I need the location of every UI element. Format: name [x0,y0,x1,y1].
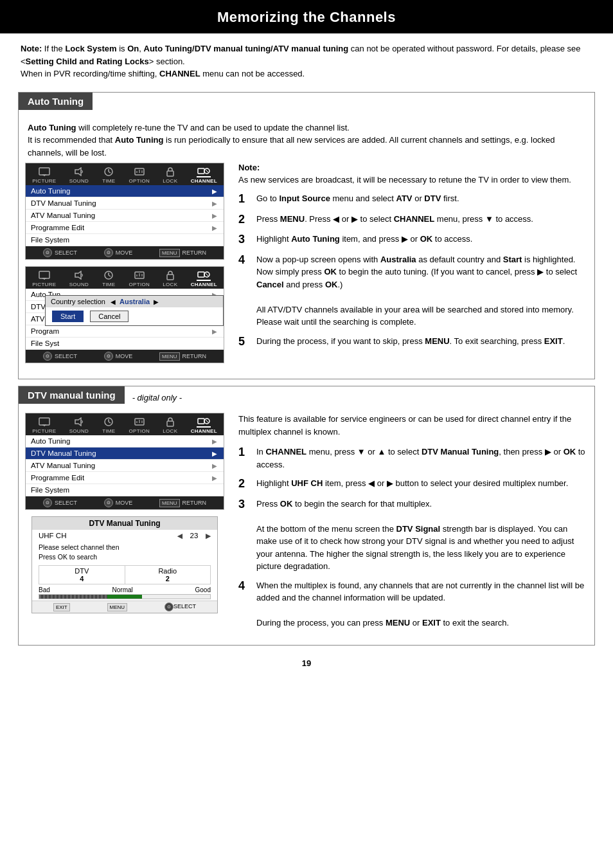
tv-menu-1-body: Auto Tuning▶ DTV Manual Tuning▶ ATV Manu… [26,185,224,246]
tv-menu-2: PICTURE SOUND TIME [25,266,224,363]
signal-normal-label: Normal [112,586,133,593]
dtv-manual-subtitle: - digital only - [132,393,182,402]
svg-line-29 [206,273,209,276]
dtv-manual-header: DTV manual tuning [19,386,125,404]
icon-lock-dtv: LOCK [163,416,177,434]
popup-buttons: Start Cancel [46,307,223,325]
auto-tuning-desc: Auto Tuning will completely re-tune the … [19,119,594,163]
auto-tuning-steps: 1 Go to Input Source menu and select ATV… [238,192,588,348]
dtv-sub-box: DTV Manual Tuning UHF CH ◀ 23 ▶ Please s… [31,516,218,613]
footer-sel: ⊙SELECT [164,602,196,611]
step-3: 3 Highlight Auto Tuning item, and press … [238,233,588,247]
menu-row-atv-manual: ATV Manual Tuning▶ [26,210,224,222]
country-popup: Country selection ◀ Australia ▶ Start Ca… [45,295,224,326]
step-4: 4 Now a pop-up screen opens with Austral… [238,253,588,329]
auto-tuning-right: Note: As new services are broadcast, it … [232,163,588,370]
page-title: Memorizing the Channels [0,0,613,33]
svg-rect-11 [167,171,173,176]
icon-channel-active: CHANNEL [191,166,217,184]
dtv-manual-content: PICTURE SOUND TIME [19,413,594,636]
auto-tuning-section: Auto Tuning Auto Tuning will completely … [18,92,595,380]
auto-tuning-left: PICTURE SOUND TIME [25,163,224,370]
icon-channel-active-2: CHANNEL [191,269,217,287]
signal-bad-label: Bad [39,586,50,593]
icon-channel-dtv: CHANNEL [191,416,217,434]
icon-lock: LOCK [163,166,177,184]
tv-menu-1-footer: ⊙SELECT ⊙MOVE MENURETURN [26,246,224,259]
dtv-tv-cell: DTV4 [39,566,125,584]
footer-menu[interactable]: MENU [107,603,128,611]
signal-bar-good [107,595,141,599]
footer-select: ⊙SELECT [43,248,77,257]
tv-menu-1: PICTURE SOUND TIME [25,163,224,260]
auto-tuning-content: PICTURE SOUND TIME [19,163,594,370]
popup-country-row: Country selection ◀ Australia ▶ [46,296,223,307]
step-5: 5 During the process, if you want to ski… [238,335,588,349]
ch-left-arrow[interactable]: ◀ [177,532,182,539]
dtv-ch-row: UHF CH ◀ 23 ▶ [32,530,217,541]
dtv-step-4: 4 When the multiplex is found, any chann… [238,579,588,629]
icon-picture-2: PICTURE [32,269,56,287]
signal-bar-labels: Bad Normal Good [39,586,211,593]
dtv-footer-move: ⊙MOVE [104,498,133,507]
auto-tuning-note: Note: As new services are broadcast, it … [238,163,588,185]
note-label: Note: [21,44,42,53]
popup-country-value: Australia [120,298,150,305]
popup-start-btn[interactable]: Start [52,311,84,322]
dtv-radio-cell: Radio2 [125,566,211,584]
svg-rect-42 [198,419,204,424]
footer2-select: ⊙SELECT [43,352,77,361]
icon-picture-dtv: PICTURE [32,416,56,434]
dtv-menu-row-prog: Programme Edit▶ [26,472,224,484]
tv-menu-dtv-footer: ⊙SELECT ⊙MOVE MENURETURN [26,496,224,509]
svg-line-14 [206,170,209,173]
footer2-return: MENURETURN [159,352,206,361]
page-number: 19 [0,652,613,671]
dtv-step-1: 1 In CHANNEL menu, press ▼ or ▲ to selec… [238,446,588,471]
top-note: Note: If the Lock System is On, Auto Tun… [0,33,613,86]
dtv-step-3: 3 Press OK to begin the search for that … [238,498,588,573]
icon-time-dtv: TIME [102,416,116,434]
svg-marker-18 [75,271,81,279]
svg-rect-41 [167,421,173,426]
dtv-desc: This feature is available for service en… [238,413,588,438]
tv-menu-dtv-icons: PICTURE SOUND TIME [26,413,224,435]
dtv-sub-title: DTV Manual Tuning [32,517,217,530]
tv-menu-2-body: Auto Tun▶ DTV Mar▶ ATV Mar▶ Program▶ Fil… [26,289,224,350]
footer-move: ⊙MOVE [104,248,133,257]
tv-menu-dtv: PICTURE SOUND TIME [25,413,224,510]
tv-menu-dtv-body: Auto Tuning▶ DTV Manual Tuning▶ ATV Manu… [26,435,224,496]
icon-sound-dtv: SOUND [69,416,89,434]
footer-return: MENURETURN [159,249,206,257]
dtv-data-row: DTV4 Radio2 [39,565,211,584]
ch-right-arrow[interactable]: ▶ [206,532,211,539]
svg-line-6 [109,172,111,173]
dtv-sub-footer: EXIT MENU ⊙SELECT [32,601,217,613]
svg-line-36 [109,422,111,423]
svg-rect-26 [167,275,173,280]
icon-option-dtv: OPTION [129,416,150,434]
dtv-footer-return: MENURETURN [159,499,206,507]
svg-rect-15 [39,271,49,278]
svg-marker-3 [75,168,81,176]
icon-sound: SOUND [69,166,89,184]
icon-time-2: TIME [102,269,116,287]
footer2-move: ⊙MOVE [104,352,133,361]
icon-option: OPTION [129,166,150,184]
popup-right-arrow: ▶ [154,298,159,305]
popup-cancel-btn[interactable]: Cancel [90,311,129,322]
icon-option-2: OPTION [129,269,150,287]
icon-picture: PICTURE [32,166,56,184]
auto-tuning-header: Auto Tuning [19,93,93,110]
icon-lock-2: LOCK [163,269,177,287]
svg-rect-12 [198,168,204,174]
svg-line-44 [206,420,209,423]
footer-exit[interactable]: EXIT [53,603,70,611]
dtv-menu-row-file: File System [26,484,224,496]
signal-good-label: Good [195,586,211,593]
menu-row-dtv-manual: DTV Manual Tuning▶ [26,197,224,210]
dtv-note: Please select channel thenPress OK to se… [32,541,217,563]
dtv-steps: 1 In CHANNEL menu, press ▼ or ▲ to selec… [238,446,588,629]
signal-bar [39,594,211,599]
svg-line-21 [109,275,111,276]
